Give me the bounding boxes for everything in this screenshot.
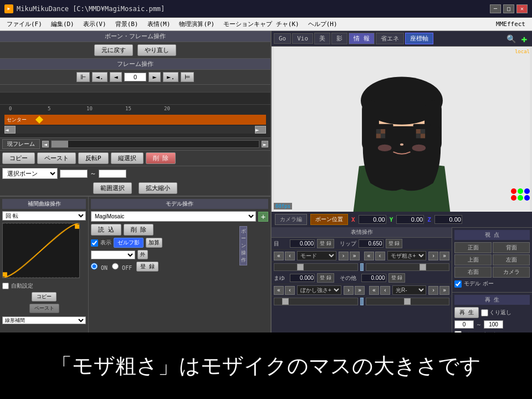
light-prev-button[interactable]: « <box>369 286 379 295</box>
on-radio[interactable] <box>91 263 98 270</box>
menu-edit[interactable]: 編集(D) <box>47 19 79 29</box>
back-view-button[interactable]: 背面 <box>493 242 530 253</box>
timeline-scroll-left[interactable]: ◄ <box>4 126 16 134</box>
zoom-button[interactable]: 拡大縮小 <box>139 182 177 194</box>
light-next-button[interactable]: » <box>439 286 449 295</box>
frame-back-button[interactable]: ◄ <box>110 72 122 82</box>
undo-button[interactable]: 元に戻す <box>94 44 133 56</box>
scroll-left-arrow[interactable]: ◄ <box>42 141 49 147</box>
scroll-track[interactable] <box>51 140 259 148</box>
bone-pos-button[interactable]: ボーン位置 <box>310 214 348 225</box>
mode-slider[interactable] <box>274 263 358 271</box>
mosaic-slider[interactable] <box>366 263 450 271</box>
play-to-input[interactable] <box>484 320 503 329</box>
model-read-button[interactable]: 読 込 <box>91 224 121 236</box>
timeline-scroll-track[interactable] <box>16 126 255 134</box>
linear-select[interactable]: 線形補間 <box>2 316 86 324</box>
spline-paste-button[interactable]: ペースト <box>29 304 59 313</box>
outer-button[interactable]: 外 <box>137 250 148 259</box>
front-view-button[interactable]: 正面 <box>454 242 492 253</box>
close-button[interactable]: ✕ <box>516 4 528 13</box>
tab-go[interactable]: Go <box>274 33 291 44</box>
model-extra-select[interactable] <box>91 250 135 259</box>
light-prev2-button[interactable]: ‹ <box>380 286 390 295</box>
mode-next2-button[interactable]: › <box>339 252 349 260</box>
redo-button[interactable]: やり直し <box>137 44 176 56</box>
tab-vio[interactable]: Vio <box>292 33 313 44</box>
range-from-input[interactable] <box>60 170 88 178</box>
range-select-button[interactable]: 範囲選択 <box>93 182 132 194</box>
menu-bg[interactable]: 背景(B) <box>111 19 143 29</box>
mode-prev-button[interactable]: « <box>274 252 284 260</box>
auto-set-checkbox[interactable] <box>2 283 9 289</box>
top-view-button[interactable]: 上面 <box>454 254 492 265</box>
maximize-button[interactable]: □ <box>503 4 514 13</box>
camera-button[interactable]: カメラ編 <box>275 214 307 225</box>
lip-register-button[interactable]: 登 録 <box>386 239 403 248</box>
on-label[interactable]: ON <box>91 263 108 271</box>
vertical-select-button[interactable]: 縦選択 <box>111 152 144 164</box>
blur-select[interactable]: ぼかし強さ+ <box>297 285 341 295</box>
z-coord-input[interactable] <box>434 215 462 224</box>
frame-forward-button[interactable]: ► <box>149 72 161 82</box>
mosaic-next-button[interactable]: » <box>439 252 449 260</box>
right-view-button[interactable]: 右面 <box>454 267 492 278</box>
add-model-button[interactable]: + <box>258 212 268 222</box>
delete-button[interactable]: 削 除 <box>146 152 176 164</box>
eye-value-input[interactable] <box>290 239 315 248</box>
spline-copy-button[interactable]: コピー <box>32 292 57 301</box>
tab-coords[interactable]: 座標軸 <box>405 33 433 44</box>
frame-first-button[interactable]: ⊩ <box>76 72 90 82</box>
flip-paste-button[interactable]: 反転P <box>78 152 109 164</box>
blur-prev2-button[interactable]: ‹ <box>285 286 295 295</box>
loop-checkbox[interactable] <box>481 309 488 316</box>
rotate-select[interactable]: 回 転 <box>2 211 86 221</box>
tab-beauty[interactable]: 美 <box>314 33 330 44</box>
blur-prev-button[interactable]: « <box>274 286 284 295</box>
frame-number-input[interactable] <box>124 73 146 81</box>
y-coord-input[interactable] <box>396 215 424 224</box>
tab-info[interactable]: 情 報 <box>349 33 375 44</box>
display-checkbox[interactable] <box>91 239 98 247</box>
light-slider[interactable] <box>366 298 450 305</box>
light-select[interactable]: 光R- <box>392 285 426 295</box>
x-coord-input[interactable] <box>359 215 386 224</box>
mosaic-select[interactable]: モザ粗さ+ <box>387 251 427 260</box>
menu-physics[interactable]: 物理演算(P) <box>175 19 219 29</box>
off-label[interactable]: OFF <box>112 263 132 271</box>
eye-register-button[interactable]: 登 録 <box>317 239 334 248</box>
scroll-right-arrow[interactable]: ► <box>262 141 268 147</box>
shadow-button[interactable]: ゼルフ影 <box>114 238 144 248</box>
menu-expr[interactable]: 表情(M) <box>143 19 175 29</box>
mosaic-next2-button[interactable]: › <box>428 252 438 260</box>
menu-file[interactable]: ファイル(F) <box>2 19 47 29</box>
timeline-scrollbar[interactable]: ◄ ► <box>4 126 266 134</box>
mode-prev2-button[interactable]: ‹ <box>285 252 295 260</box>
frame-step-back-slow-button[interactable]: ◄. <box>92 72 108 82</box>
camera-view-button[interactable]: カメラ <box>493 267 530 278</box>
register-button[interactable]: 登 録 <box>136 262 158 272</box>
search-icon[interactable]: 🔍 <box>505 33 516 44</box>
lip-value-input[interactable] <box>359 239 383 248</box>
other-value-input[interactable] <box>361 274 386 282</box>
off-radio[interactable] <box>112 263 119 270</box>
minimize-button[interactable]: ─ <box>490 4 501 13</box>
bone-select[interactable]: 選択ボーン <box>2 168 58 179</box>
copy-button[interactable]: コピー <box>2 152 35 164</box>
mode-select[interactable]: モード <box>297 251 336 260</box>
model-view-checkbox[interactable] <box>454 280 462 288</box>
frame-last-button[interactable]: ⊨ <box>181 72 194 82</box>
mosaic-prev2-button[interactable]: ‹ <box>375 252 385 260</box>
blur-slider[interactable] <box>274 298 358 305</box>
timeline-scroll-right[interactable]: ► <box>255 126 266 134</box>
current-frame-button[interactable]: 現フレーム <box>2 139 40 149</box>
play-button[interactable]: 再 生 <box>454 307 479 318</box>
model-select[interactable]: MagiMosaic <box>91 211 256 222</box>
mosaic-prev-button[interactable]: « <box>364 252 374 260</box>
tab-economy[interactable]: 省エネ <box>376 33 404 44</box>
play-from-input[interactable] <box>454 320 474 329</box>
blur-next2-button[interactable]: › <box>344 286 354 295</box>
light-next2-button[interactable]: › <box>428 286 438 295</box>
menu-view[interactable]: 表示(V) <box>79 19 111 29</box>
add-button[interactable]: 加算 <box>146 238 162 248</box>
